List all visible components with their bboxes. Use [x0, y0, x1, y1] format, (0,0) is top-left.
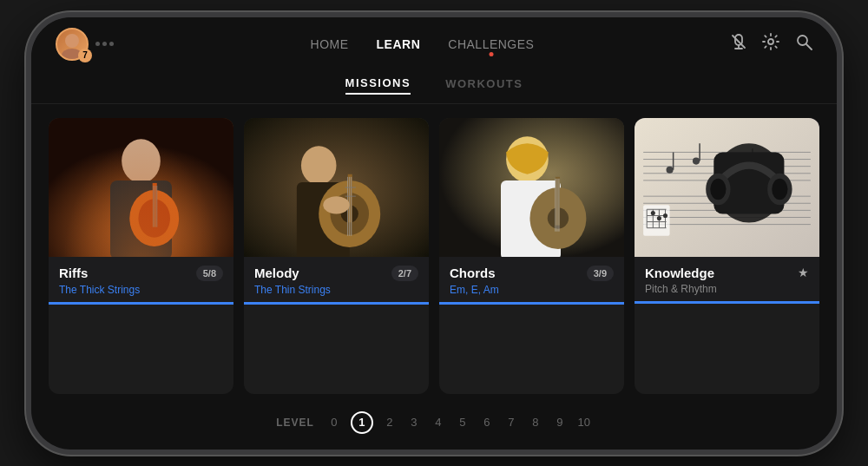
card-knowledge-title: Knowledge: [645, 266, 714, 280]
dot-3: [109, 42, 114, 46]
card-knowledge[interactable]: Knowledge ★ Pitch & Rhythm: [635, 118, 819, 394]
card-chords-image: [439, 118, 624, 257]
dot-2: [102, 42, 107, 46]
card-chords-title: Chords: [450, 266, 496, 280]
svg-point-0: [65, 34, 79, 48]
card-riffs-title-row: Riffs 5/8: [59, 266, 223, 281]
search-icon[interactable]: [795, 33, 812, 55]
svg-point-12: [129, 190, 179, 246]
nav-learn[interactable]: LEARN: [377, 37, 421, 51]
level-1[interactable]: 1: [351, 411, 373, 434]
card-chords-bar: [439, 302, 624, 305]
level-5[interactable]: 5: [455, 416, 470, 429]
phone-screen: 7 HOME LEARN CHALLENGES: [31, 17, 837, 450]
card-knowledge-title-row: Knowledge ★: [645, 266, 809, 280]
nav-challenges[interactable]: CHALLENGES: [448, 37, 534, 51]
card-riffs-image: [49, 118, 233, 257]
svg-point-74: [651, 210, 655, 214]
card-knowledge-image: [635, 118, 819, 257]
svg-line-8: [806, 44, 812, 49]
svg-point-53: [693, 157, 700, 164]
card-melody[interactable]: Melody 2/7 The Thin Strings: [244, 118, 429, 394]
side-button[interactable]: [839, 216, 842, 251]
svg-point-13: [138, 199, 170, 238]
tab-workouts[interactable]: WORKOUTS: [445, 77, 523, 94]
level-badge: 7: [78, 49, 92, 62]
svg-point-19: [301, 146, 337, 185]
level-9[interactable]: 9: [552, 416, 568, 429]
card-chords-info: Chords 3/9 Em, E, Am: [439, 257, 624, 305]
dots-row: [95, 42, 114, 46]
card-knowledge-subtitle: Pitch & Rhythm: [645, 283, 809, 295]
star-icon: ★: [798, 266, 809, 279]
level-3[interactable]: 3: [406, 416, 422, 429]
level-2[interactable]: 2: [382, 416, 398, 429]
svg-point-51: [667, 166, 674, 173]
nav-center: HOME LEARN CHALLENGES: [311, 37, 535, 51]
card-riffs-bar: [49, 302, 233, 305]
level-8[interactable]: 8: [528, 416, 543, 429]
card-melody-title-row: Melody 2/7: [254, 266, 418, 281]
card-melody-bar: [244, 302, 429, 305]
level-7[interactable]: 7: [503, 416, 519, 429]
card-knowledge-bar: [635, 301, 819, 304]
card-chords-badge: 3/9: [587, 266, 614, 281]
card-knowledge-info: Knowledge ★ Pitch & Rhythm: [635, 257, 819, 304]
svg-point-64: [772, 178, 787, 199]
svg-point-76: [663, 213, 667, 217]
card-riffs-title: Riffs: [59, 266, 88, 280]
svg-point-75: [657, 215, 661, 220]
level-row: LEVEL 0 1 2 3 4 5 6 7 8 9 10: [49, 406, 819, 441]
level-6[interactable]: 6: [479, 416, 495, 429]
svg-point-6: [768, 39, 773, 44]
dot-1: [95, 42, 100, 46]
nav-left: 7: [56, 28, 114, 61]
nav-right: [731, 33, 812, 55]
nav-home[interactable]: HOME: [311, 37, 349, 51]
card-riffs-info: Riffs 5/8 The Thick Strings: [49, 257, 233, 305]
settings-icon[interactable]: [762, 33, 779, 55]
sub-nav: MISSIONS WORKOUTS: [31, 69, 837, 104]
tab-missions[interactable]: MISSIONS: [345, 76, 411, 95]
svg-point-10: [122, 139, 161, 183]
card-riffs[interactable]: Riffs 5/8 The Thick Strings: [49, 118, 233, 394]
avatar[interactable]: 7: [56, 28, 89, 61]
svg-point-7: [798, 36, 807, 45]
svg-point-62: [710, 178, 726, 199]
level-label: LEVEL: [276, 417, 314, 429]
card-melody-badge: 2/7: [391, 266, 418, 281]
card-chords-title-row: Chords 3/9: [450, 266, 614, 281]
level-4[interactable]: 4: [431, 416, 446, 429]
level-0[interactable]: 0: [326, 416, 342, 429]
challenges-notification-dot: [489, 52, 493, 56]
phone-shell: 7 HOME LEARN CHALLENGES: [26, 12, 842, 455]
card-melody-title: Melody: [254, 266, 299, 280]
svg-rect-9: [49, 118, 233, 257]
card-riffs-subtitle: The Thick Strings: [59, 284, 223, 296]
card-chords-subtitle: Em, E, Am: [450, 284, 614, 296]
card-melody-image: [244, 118, 429, 257]
cards-grid: Riffs 5/8 The Thick Strings: [49, 118, 819, 394]
card-riffs-badge: 5/8: [196, 266, 223, 281]
card-chords[interactable]: Chords 3/9 Em, E, Am: [439, 118, 624, 394]
card-melody-info: Melody 2/7 The Thin Strings: [244, 257, 429, 305]
svg-rect-14: [153, 182, 157, 226]
main-content: Riffs 5/8 The Thick Strings: [31, 104, 837, 450]
level-10[interactable]: 10: [576, 416, 592, 429]
svg-point-30: [323, 196, 349, 213]
svg-rect-11: [110, 180, 172, 256]
top-nav: 7 HOME LEARN CHALLENGES: [31, 17, 837, 69]
microphone-icon[interactable]: [731, 33, 746, 55]
card-melody-subtitle: The Thin Strings: [254, 284, 418, 296]
